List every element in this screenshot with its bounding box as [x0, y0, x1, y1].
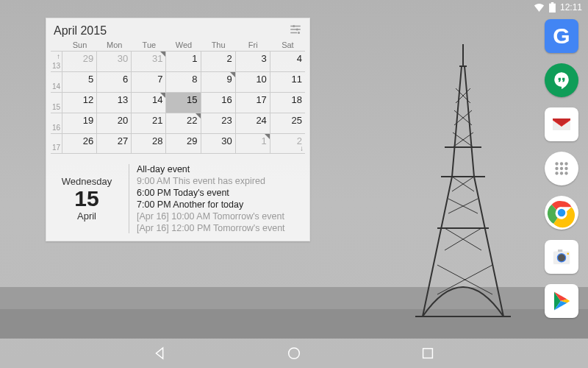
agenda-event[interactable]: 9:00 AM This event has expired	[137, 176, 285, 186]
apps-drawer-icon[interactable]	[545, 152, 578, 185]
svg-rect-13	[558, 250, 562, 252]
day-cell[interactable]: 26	[62, 133, 97, 154]
day-cell[interactable]: 16	[201, 92, 236, 113]
day-cell[interactable]: 17	[236, 92, 270, 113]
app-dock: G	[539, 19, 584, 318]
day-cell[interactable]: 22	[166, 113, 201, 133]
home-button[interactable]	[286, 345, 302, 361]
recents-button[interactable]	[420, 345, 436, 361]
svg-point-0	[555, 162, 558, 165]
calendar-widget: April 2015 Sun Mon Tue Wed Thu Fri Sat 1…	[46, 18, 310, 241]
day-cell[interactable]: 29	[166, 133, 201, 154]
svg-point-4	[560, 167, 563, 170]
day-cell[interactable]: 1	[236, 133, 270, 154]
day-cell[interactable]: 23	[201, 113, 236, 133]
day-cell[interactable]: 21	[132, 113, 166, 133]
week-number: 17	[51, 133, 62, 154]
week-number: 13↑	[51, 51, 62, 71]
agenda-event[interactable]: [Apr 16] 12:00 PM Tomorrow's event	[137, 223, 285, 233]
svg-point-20	[289, 348, 300, 359]
day-cell[interactable]: 8	[166, 71, 201, 92]
svg-rect-21	[423, 349, 433, 358]
day-cell[interactable]: 1	[166, 51, 201, 71]
svg-point-19	[296, 29, 298, 31]
svg-point-17	[298, 32, 300, 34]
svg-point-7	[560, 171, 563, 174]
agenda-event[interactable]: [Apr 16] 10:00 AM Tomorrow's event	[137, 211, 285, 222]
play-store-icon[interactable]	[545, 284, 578, 318]
day-cell[interactable]: 14	[132, 92, 166, 113]
day-cell[interactable]: 19	[62, 113, 97, 133]
day-cell[interactable]: 31	[132, 51, 166, 71]
day-cell[interactable]: 5	[62, 71, 97, 92]
svg-point-8	[564, 171, 567, 174]
calendar-row: 1512131415161718	[51, 92, 305, 113]
day-cell[interactable]: 27	[97, 133, 132, 154]
day-cell[interactable]: 15	[166, 92, 201, 113]
day-cell[interactable]: 10	[236, 71, 270, 92]
agenda-event[interactable]: All-day event	[137, 164, 285, 174]
calendar-row: 14567891011	[51, 71, 305, 92]
back-button[interactable]	[152, 345, 168, 361]
prev-month-icon[interactable]: ↑	[57, 52, 60, 60]
next-month-icon[interactable]: ↓	[300, 144, 304, 152]
svg-point-5	[564, 167, 567, 170]
day-cell[interactable]: 4	[270, 51, 305, 71]
battery-icon	[549, 2, 556, 13]
day-cell[interactable]: 20	[97, 113, 132, 133]
day-cell[interactable]: 6	[97, 71, 132, 92]
event-marker-icon	[160, 52, 165, 57]
day-cell[interactable]: 30	[201, 133, 236, 154]
agenda-date: Wednesday 15 April	[52, 164, 121, 233]
svg-point-16	[567, 252, 570, 255]
agenda-panel: Wednesday 15 April All-day event9:00 AM …	[46, 158, 309, 241]
settings-icon[interactable]	[289, 23, 302, 39]
chrome-icon[interactable]	[545, 196, 578, 230]
home-screen: 12:11 G April 2015	[0, 0, 588, 368]
event-marker-icon	[196, 113, 201, 118]
agenda-event[interactable]: 7:00 PM Another for today	[137, 199, 285, 210]
day-cell[interactable]: 29	[62, 51, 97, 71]
day-cell[interactable]: 30	[97, 51, 132, 71]
day-cell[interactable]: 3	[236, 51, 270, 71]
day-cell[interactable]: 13	[97, 92, 132, 113]
calendar-row: 13↑2930311234	[51, 51, 305, 71]
day-cell[interactable]: 25	[270, 113, 305, 133]
day-cell[interactable]: 2↓	[270, 133, 305, 154]
day-cell[interactable]: 24	[236, 113, 270, 133]
week-number: 16	[51, 113, 62, 133]
week-number: 14	[51, 71, 62, 92]
svg-point-18	[293, 25, 295, 27]
day-cell[interactable]: 7	[132, 71, 166, 92]
calendar-grid: 13↑2930311234145678910111512131415161718…	[46, 51, 309, 158]
day-cell[interactable]: 28	[132, 133, 166, 154]
event-marker-icon	[265, 134, 270, 139]
day-cell[interactable]: 9	[201, 71, 236, 92]
day-cell[interactable]: 11	[270, 71, 305, 92]
dow-header: Sun Mon Tue Wed Thu Fri Sat	[46, 40, 309, 51]
calendar-row: 1619202122232425	[51, 113, 305, 133]
agenda-event[interactable]: 6:00 PM Today's event	[137, 188, 285, 198]
day-cell[interactable]: 2	[201, 51, 236, 71]
calendar-title[interactable]: April 2015	[54, 24, 107, 38]
wifi-icon	[534, 3, 545, 12]
day-cell[interactable]: 12	[62, 92, 97, 113]
svg-point-3	[555, 167, 558, 170]
day-cell[interactable]: 18	[270, 92, 305, 113]
svg-point-1	[560, 162, 563, 165]
event-marker-icon	[230, 72, 235, 77]
status-bar: 12:11	[0, 0, 588, 15]
wallpaper-eiffel	[408, 44, 518, 339]
week-number: 15	[51, 92, 62, 113]
svg-point-2	[564, 162, 567, 165]
camera-icon[interactable]	[545, 240, 578, 274]
hangouts-icon[interactable]	[545, 63, 578, 97]
calendar-row: 17262728293012↓	[51, 133, 305, 154]
gmail-icon[interactable]	[545, 107, 578, 141]
svg-point-6	[555, 171, 558, 174]
clock: 12:11	[560, 2, 582, 13]
google-search-icon[interactable]: G	[545, 19, 578, 53]
agenda-events: All-day event9:00 AM This event has expi…	[137, 164, 285, 233]
event-marker-icon	[160, 93, 165, 98]
nav-bar	[0, 339, 588, 368]
